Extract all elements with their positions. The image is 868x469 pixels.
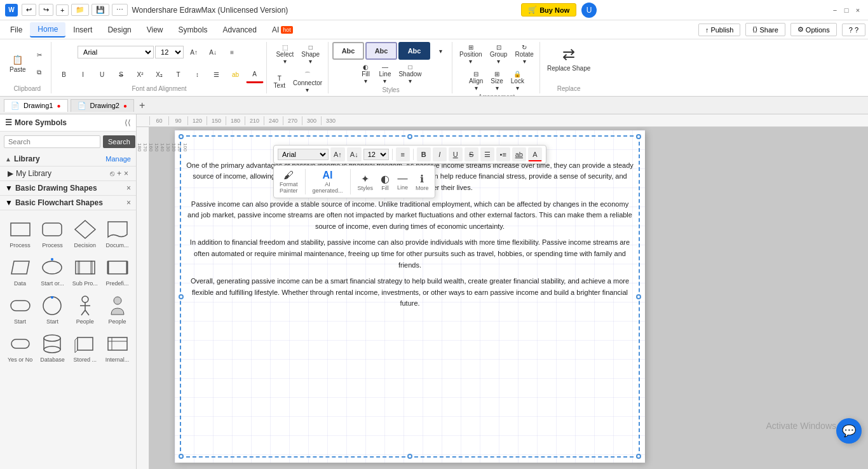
float-font-a-up[interactable]: A↑ (330, 147, 345, 161)
maximize-btn[interactable]: □ (841, 5, 851, 15)
shape-process2[interactable]: Process (37, 215, 67, 251)
chat-bot-btn[interactable]: 💬 (836, 418, 862, 444)
menu-home[interactable]: Home (30, 22, 65, 37)
basic-flowchart-section[interactable]: ▼ Basic Flowchart Shapes × (0, 196, 136, 210)
shape-database[interactable]: Database (37, 330, 67, 365)
handle-ml[interactable] (179, 294, 184, 299)
menu-advanced[interactable]: Advanced (215, 23, 264, 37)
italic-btn[interactable]: I (74, 67, 92, 83)
share-btn[interactable]: ⟨⟩ Share (745, 23, 785, 36)
help-btn[interactable]: ? ? (842, 24, 865, 36)
rotate-btn[interactable]: ↻ Rotate ▾ (512, 42, 536, 67)
line-btn[interactable]: — Line ▾ (376, 62, 395, 86)
shape-stored[interactable]: Stored ... (70, 330, 100, 365)
menu-insert[interactable]: Insert (65, 23, 100, 37)
align-arrange-btn[interactable]: ⊟ Align ▾ (466, 69, 486, 93)
shape-document[interactable]: Docum... (103, 215, 132, 251)
float-ai-btn[interactable]: AI AI generated... (311, 168, 345, 196)
underline-btn[interactable]: U (93, 67, 111, 83)
style-abc3[interactable]: Abc (398, 42, 430, 60)
font-size-select[interactable]: 12 (155, 46, 184, 58)
handle-mr[interactable] (636, 294, 641, 299)
subscript-btn[interactable]: X₂ (151, 67, 168, 83)
library-section[interactable]: ▲ Library Manage (0, 152, 136, 167)
sidebar-collapse-btn[interactable]: ⟨⟨ (125, 118, 131, 127)
lock-btn[interactable]: 🔒 Lock ▾ (508, 69, 527, 93)
shape-process[interactable]: Process (5, 215, 35, 251)
float-styles-btn[interactable]: ✦ Styles (356, 171, 376, 193)
style-abc1[interactable]: Abc (332, 42, 364, 60)
menu-design[interactable]: Design (100, 23, 139, 37)
minimize-btn[interactable]: − (830, 5, 840, 15)
shape-predefined[interactable]: Predefi... (103, 254, 132, 289)
copy-btn[interactable]: ⧉ (31, 64, 48, 81)
bold-btn[interactable]: B (55, 67, 73, 83)
handle-tm[interactable] (407, 134, 412, 139)
bullet-btn[interactable]: ☰ (208, 67, 226, 83)
undo-btn[interactable]: ↩ (22, 4, 36, 16)
float-bold-btn[interactable]: B (417, 147, 431, 161)
float-under2-btn[interactable]: ab (512, 147, 526, 161)
cut-btn[interactable]: ✂ (31, 46, 48, 63)
float-color-btn[interactable]: A (528, 147, 542, 161)
paste-btn[interactable]: 📋 Paste (6, 47, 29, 80)
float-font-a-down[interactable]: A↓ (347, 147, 362, 161)
publish-btn[interactable]: ↑ Publish (698, 24, 741, 36)
shape-internal[interactable]: Internal... (103, 330, 132, 365)
search-input[interactable] (4, 135, 100, 148)
my-library-export-icon[interactable]: ⎋ (110, 169, 114, 178)
handle-bm[interactable] (407, 454, 412, 459)
tab-drawing1[interactable]: 📄 Drawing1 ● (4, 99, 68, 112)
handle-br[interactable] (636, 454, 641, 459)
basic-flowchart-close-icon[interactable]: × (126, 198, 131, 207)
float-size-select[interactable]: 12 (363, 149, 389, 160)
user-avatar[interactable]: U (581, 3, 597, 18)
basic-drawing-section[interactable]: ▼ Basic Drawing Shapes × (0, 181, 136, 196)
size-btn[interactable]: ⊞ Size ▾ (487, 69, 506, 93)
superscript-btn[interactable]: X² (132, 67, 149, 83)
float-line-btn[interactable]: — Line (395, 171, 410, 193)
shadow-btn[interactable]: □ Shadow ▾ (395, 62, 424, 86)
strikethrough-btn[interactable]: S (112, 67, 130, 83)
my-library-add-icon[interactable]: + (117, 169, 121, 178)
line-spacing-btn[interactable]: ↕ (189, 67, 207, 83)
float-strike-btn[interactable]: S (465, 147, 478, 161)
styles-expand-btn[interactable]: ▾ (431, 43, 449, 59)
shape-decision[interactable]: Decision (70, 215, 100, 251)
fill-btn[interactable]: ◐ Fill ▾ (357, 62, 375, 86)
search-btn[interactable]: Search (103, 135, 135, 148)
group-btn[interactable]: ⊡ Group ▾ (487, 42, 511, 67)
float-more-btn[interactable]: ℹ More (414, 171, 431, 193)
float-bullet-btn[interactable]: •≡ (496, 147, 510, 161)
save-btn[interactable]: 💾 (92, 4, 109, 16)
my-library-close-icon[interactable]: × (124, 169, 128, 178)
shape-start[interactable]: Start or... (37, 254, 67, 289)
replace-shape-btn[interactable]: ⇄ Replace Shape (544, 42, 593, 75)
menu-symbols[interactable]: Symbols (171, 23, 215, 37)
font-increase-btn[interactable]: A↑ (185, 44, 203, 60)
handle-tr[interactable] (636, 134, 641, 139)
menu-file[interactable]: File (3, 23, 30, 37)
manage-link[interactable]: Manage (105, 155, 131, 163)
redo-btn[interactable]: ↪ (39, 4, 53, 16)
window-controls[interactable]: − □ × (830, 5, 863, 15)
style-abc2[interactable]: Abc (365, 42, 397, 60)
menu-view[interactable]: View (139, 23, 171, 37)
select-btn[interactable]: ⬚ Select ▾ (273, 42, 297, 67)
text-btn[interactable]: T Text (271, 73, 288, 91)
buy-now-btn[interactable]: 🛒 Buy Now (521, 3, 576, 17)
shape-subprocess[interactable]: Sub Pro... (70, 254, 100, 289)
basic-drawing-close-icon[interactable]: × (126, 184, 131, 193)
shape-data[interactable]: Data (5, 254, 35, 289)
shape-yesno[interactable]: Yes or No (5, 330, 35, 365)
open-btn[interactable]: 📁 (71, 4, 89, 16)
float-font-select[interactable]: Arial (278, 149, 329, 160)
float-align-btn[interactable]: ≡ (396, 147, 410, 161)
highlight-btn[interactable]: ab (227, 67, 245, 83)
clear-format-btn[interactable]: T (170, 67, 187, 83)
position-btn[interactable]: ⊞ Position ▾ (456, 42, 485, 67)
handle-bl[interactable] (179, 454, 184, 459)
float-fill-btn[interactable]: ◐ Fill (379, 171, 391, 193)
shape-person2[interactable]: People (103, 292, 132, 327)
more-btn[interactable]: ⋯ (112, 4, 128, 16)
